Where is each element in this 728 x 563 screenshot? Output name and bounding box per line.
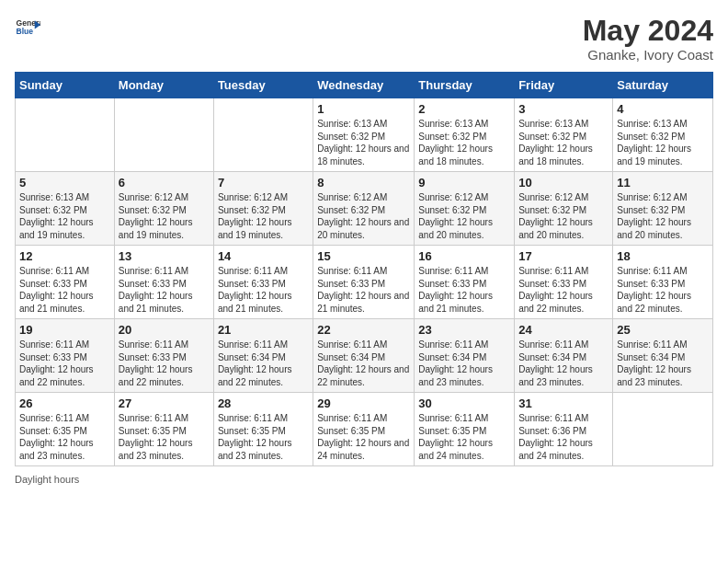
weekday-header: Monday <box>114 73 213 98</box>
day-number: 29 <box>317 396 410 410</box>
calendar-cell: 16Sunrise: 6:11 AM Sunset: 6:33 PM Dayli… <box>415 246 515 319</box>
day-info: Sunrise: 6:11 AM Sunset: 6:36 PM Dayligh… <box>518 412 609 462</box>
calendar-week-row: 12Sunrise: 6:11 AM Sunset: 6:33 PM Dayli… <box>16 246 713 319</box>
weekday-header: Sunday <box>16 73 115 98</box>
calendar-week-row: 26Sunrise: 6:11 AM Sunset: 6:35 PM Dayli… <box>16 393 713 466</box>
day-info: Sunrise: 6:11 AM Sunset: 6:34 PM Dayligh… <box>418 339 510 388</box>
day-info: Sunrise: 6:12 AM Sunset: 6:32 PM Dayligh… <box>418 191 510 241</box>
day-number: 23 <box>418 323 510 337</box>
day-info: Sunrise: 6:11 AM Sunset: 6:34 PM Dayligh… <box>317 339 410 388</box>
day-info: Sunrise: 6:11 AM Sunset: 6:33 PM Dayligh… <box>418 265 510 315</box>
day-number: 25 <box>617 323 709 337</box>
calendar-cell: 18Sunrise: 6:11 AM Sunset: 6:33 PM Dayli… <box>613 246 713 319</box>
calendar-cell: 25Sunrise: 6:11 AM Sunset: 6:34 PM Dayli… <box>613 319 713 393</box>
day-info: Sunrise: 6:11 AM Sunset: 6:33 PM Dayligh… <box>19 265 110 315</box>
day-info: Sunrise: 6:13 AM Sunset: 6:32 PM Dayligh… <box>317 118 410 167</box>
day-info: Sunrise: 6:11 AM Sunset: 6:35 PM Dayligh… <box>418 412 510 462</box>
svg-text:Blue: Blue <box>17 27 34 36</box>
day-info: Sunrise: 6:13 AM Sunset: 6:32 PM Dayligh… <box>19 191 110 241</box>
title-block: May 2024 Gnanke, Ivory Coast <box>583 15 713 63</box>
page: General Blue May 2024 Gnanke, Ivory Coas… <box>0 0 728 563</box>
calendar-cell: 1Sunrise: 6:13 AM Sunset: 6:32 PM Daylig… <box>313 98 415 172</box>
day-number: 4 <box>617 102 709 116</box>
calendar-cell: 31Sunrise: 6:11 AM Sunset: 6:36 PM Dayli… <box>515 393 613 466</box>
day-info: Sunrise: 6:12 AM Sunset: 6:32 PM Dayligh… <box>518 191 609 241</box>
day-info: Sunrise: 6:11 AM Sunset: 6:35 PM Dayligh… <box>317 412 410 462</box>
day-info: Sunrise: 6:11 AM Sunset: 6:33 PM Dayligh… <box>317 265 410 315</box>
header: General Blue May 2024 Gnanke, Ivory Coas… <box>15 15 713 63</box>
day-number: 1 <box>317 102 410 116</box>
calendar-cell: 15Sunrise: 6:11 AM Sunset: 6:33 PM Dayli… <box>313 246 415 319</box>
calendar-header-row: SundayMondayTuesdayWednesdayThursdayFrid… <box>16 73 713 98</box>
day-info: Sunrise: 6:12 AM Sunset: 6:32 PM Dayligh… <box>617 191 709 241</box>
calendar-cell: 27Sunrise: 6:11 AM Sunset: 6:35 PM Dayli… <box>114 393 213 466</box>
weekday-header: Friday <box>515 73 613 98</box>
logo: General Blue <box>15 15 40 40</box>
calendar-cell <box>213 98 313 172</box>
calendar-cell: 20Sunrise: 6:11 AM Sunset: 6:33 PM Dayli… <box>114 319 213 393</box>
day-info: Sunrise: 6:11 AM Sunset: 6:34 PM Dayligh… <box>617 339 709 388</box>
day-number: 28 <box>218 396 309 410</box>
day-number: 20 <box>119 323 210 337</box>
day-info: Sunrise: 6:13 AM Sunset: 6:32 PM Dayligh… <box>418 118 510 167</box>
day-info: Sunrise: 6:11 AM Sunset: 6:33 PM Dayligh… <box>119 265 210 315</box>
day-number: 13 <box>119 249 210 263</box>
calendar-cell: 6Sunrise: 6:12 AM Sunset: 6:32 PM Daylig… <box>114 172 213 246</box>
calendar-cell: 7Sunrise: 6:12 AM Sunset: 6:32 PM Daylig… <box>213 172 313 246</box>
day-number: 9 <box>418 176 510 190</box>
weekday-header: Thursday <box>415 73 515 98</box>
calendar-cell: 2Sunrise: 6:13 AM Sunset: 6:32 PM Daylig… <box>415 98 515 172</box>
day-number: 21 <box>218 323 309 337</box>
location: Gnanke, Ivory Coast <box>583 47 713 63</box>
calendar-cell: 22Sunrise: 6:11 AM Sunset: 6:34 PM Dayli… <box>313 319 415 393</box>
calendar-cell: 17Sunrise: 6:11 AM Sunset: 6:33 PM Dayli… <box>515 246 613 319</box>
day-number: 14 <box>218 249 309 263</box>
day-info: Sunrise: 6:11 AM Sunset: 6:33 PM Dayligh… <box>617 265 709 315</box>
day-info: Sunrise: 6:12 AM Sunset: 6:32 PM Dayligh… <box>317 191 410 241</box>
calendar-cell: 21Sunrise: 6:11 AM Sunset: 6:34 PM Dayli… <box>213 319 313 393</box>
calendar-cell: 28Sunrise: 6:11 AM Sunset: 6:35 PM Dayli… <box>213 393 313 466</box>
day-number: 7 <box>218 176 309 190</box>
day-info: Sunrise: 6:11 AM Sunset: 6:35 PM Dayligh… <box>218 412 309 462</box>
day-number: 27 <box>119 396 210 410</box>
day-info: Sunrise: 6:12 AM Sunset: 6:32 PM Dayligh… <box>119 191 210 241</box>
calendar-cell: 8Sunrise: 6:12 AM Sunset: 6:32 PM Daylig… <box>313 172 415 246</box>
day-info: Sunrise: 6:11 AM Sunset: 6:33 PM Dayligh… <box>518 265 609 315</box>
calendar-cell: 26Sunrise: 6:11 AM Sunset: 6:35 PM Dayli… <box>16 393 115 466</box>
day-info: Sunrise: 6:13 AM Sunset: 6:32 PM Dayligh… <box>518 118 609 167</box>
calendar-cell: 3Sunrise: 6:13 AM Sunset: 6:32 PM Daylig… <box>515 98 613 172</box>
calendar-cell: 19Sunrise: 6:11 AM Sunset: 6:33 PM Dayli… <box>16 319 115 393</box>
day-number: 10 <box>518 176 609 190</box>
calendar-cell: 14Sunrise: 6:11 AM Sunset: 6:33 PM Dayli… <box>213 246 313 319</box>
calendar-cell: 12Sunrise: 6:11 AM Sunset: 6:33 PM Dayli… <box>16 246 115 319</box>
calendar-cell <box>16 98 115 172</box>
day-number: 2 <box>418 102 510 116</box>
day-info: Sunrise: 6:11 AM Sunset: 6:33 PM Dayligh… <box>19 339 110 388</box>
calendar-cell: 30Sunrise: 6:11 AM Sunset: 6:35 PM Dayli… <box>415 393 515 466</box>
day-number: 15 <box>317 249 410 263</box>
day-info: Sunrise: 6:11 AM Sunset: 6:34 PM Dayligh… <box>518 339 609 388</box>
day-number: 12 <box>19 249 110 263</box>
day-number: 17 <box>518 249 609 263</box>
day-number: 5 <box>19 176 110 190</box>
day-info: Sunrise: 6:11 AM Sunset: 6:35 PM Dayligh… <box>119 412 210 462</box>
calendar-cell: 13Sunrise: 6:11 AM Sunset: 6:33 PM Dayli… <box>114 246 213 319</box>
day-number: 8 <box>317 176 410 190</box>
day-number: 31 <box>518 396 609 410</box>
calendar-cell <box>613 393 713 466</box>
day-info: Sunrise: 6:12 AM Sunset: 6:32 PM Dayligh… <box>218 191 309 241</box>
calendar-cell: 11Sunrise: 6:12 AM Sunset: 6:32 PM Dayli… <box>613 172 713 246</box>
day-number: 26 <box>19 396 110 410</box>
calendar-week-row: 5Sunrise: 6:13 AM Sunset: 6:32 PM Daylig… <box>16 172 713 246</box>
logo-icon: General Blue <box>15 15 40 40</box>
calendar-cell: 23Sunrise: 6:11 AM Sunset: 6:34 PM Dayli… <box>415 319 515 393</box>
footer: Daylight hours <box>15 474 713 485</box>
day-number: 3 <box>518 102 609 116</box>
weekday-header: Saturday <box>613 73 713 98</box>
day-number: 18 <box>617 249 709 263</box>
day-number: 6 <box>119 176 210 190</box>
day-info: Sunrise: 6:11 AM Sunset: 6:34 PM Dayligh… <box>218 339 309 388</box>
day-number: 11 <box>617 176 709 190</box>
day-number: 16 <box>418 249 510 263</box>
day-info: Sunrise: 6:11 AM Sunset: 6:35 PM Dayligh… <box>19 412 110 462</box>
